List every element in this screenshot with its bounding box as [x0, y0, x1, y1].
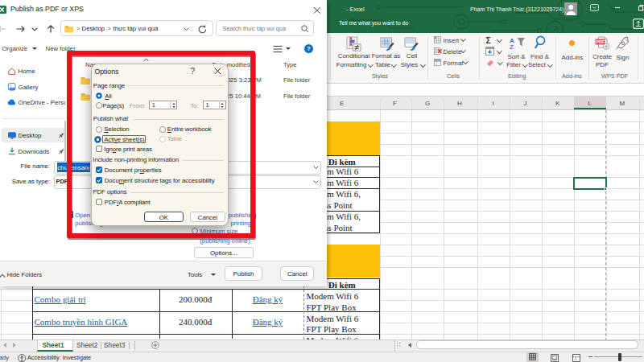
svg-text:PDF: PDF — [596, 39, 604, 44]
svg-text:Z: Z — [510, 43, 514, 48]
